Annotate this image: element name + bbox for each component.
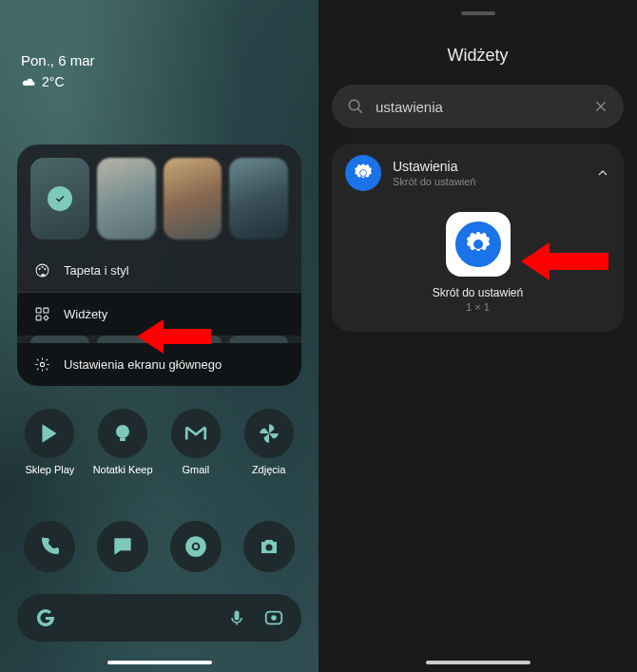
annotation-arrow [521, 240, 608, 286]
phone-icon [38, 535, 61, 558]
widgets-icon [34, 306, 50, 322]
svg-rect-6 [36, 316, 41, 320]
svg-point-14 [265, 545, 272, 551]
menu-label: Widżety [64, 307, 107, 321]
widget-preview-label: Skrót do ustawień [433, 286, 523, 299]
search-bar[interactable] [17, 594, 301, 642]
check-icon [48, 186, 72, 211]
photos-icon [257, 421, 281, 446]
chrome-icon [183, 534, 208, 559]
wallpaper-thumb-selected[interactable] [30, 158, 89, 240]
svg-point-1 [39, 268, 41, 270]
svg-rect-7 [44, 316, 48, 320]
svg-line-19 [357, 108, 362, 113]
nav-handle[interactable] [426, 661, 531, 664]
app-row: Sklep Play Notatki Keep Gmail Zdjęcia [0, 409, 318, 475]
palette-icon [34, 262, 50, 278]
app-label: Notatki Keep [93, 464, 153, 475]
play-icon [37, 421, 62, 446]
wallpaper-thumb[interactable] [164, 158, 222, 240]
settings-app-icon [345, 155, 381, 191]
widget-result-name: Ustawienia [393, 159, 584, 174]
home-screen: Pon., 6 mar 2°C Tapeta i styl Widżety [0, 0, 318, 672]
mic-icon[interactable] [227, 608, 246, 627]
dock-chrome[interactable] [170, 521, 222, 572]
nav-handle[interactable] [107, 661, 212, 664]
svg-rect-10 [120, 438, 125, 441]
svg-rect-4 [36, 308, 41, 313]
app-gmail[interactable]: Gmail [162, 409, 230, 475]
svg-point-17 [271, 615, 277, 621]
chevron-up-icon[interactable] [595, 165, 610, 181]
app-play-store[interactable]: Sklep Play [15, 409, 84, 475]
settings-shortcut-widget[interactable] [446, 212, 511, 277]
widget-search-input[interactable] [376, 99, 582, 115]
dock-phone[interactable] [24, 521, 75, 572]
svg-point-18 [349, 100, 359, 110]
sheet-grabber[interactable] [461, 11, 495, 15]
app-label: Gmail [183, 464, 210, 475]
cloud-icon [21, 76, 36, 87]
svg-point-8 [40, 362, 44, 366]
at-a-glance[interactable]: Pon., 6 mar 2°C [21, 52, 95, 89]
wallpaper-carousel[interactable] [17, 144, 301, 249]
gmail-icon [183, 421, 208, 446]
lens-icon[interactable] [263, 607, 284, 628]
svg-point-9 [116, 425, 129, 438]
lightbulb-icon [111, 422, 134, 445]
gear-icon [464, 230, 492, 259]
svg-point-23 [475, 242, 480, 247]
svg-rect-15 [235, 611, 240, 621]
svg-point-3 [44, 268, 46, 270]
widget-search-field[interactable] [332, 85, 624, 128]
weather: 2°C [21, 74, 95, 89]
svg-point-2 [41, 266, 43, 268]
svg-rect-5 [44, 308, 48, 313]
dock-camera[interactable] [243, 521, 295, 572]
menu-label: Tapeta i styl [64, 263, 129, 278]
app-photos[interactable]: Zdjęcia [235, 409, 303, 475]
chat-icon [110, 534, 135, 559]
svg-point-13 [193, 545, 198, 549]
camera-icon [258, 535, 280, 558]
app-keep[interactable]: Notatki Keep [88, 409, 157, 475]
google-icon [34, 606, 57, 629]
gear-icon [34, 356, 50, 373]
widgets-panel: Widżety Ustawienia Skrót do ustawień Skr… [318, 0, 637, 672]
app-label: Sklep Play [25, 464, 74, 475]
widget-result-header[interactable]: Ustawienia Skrót do ustawień [345, 155, 610, 191]
widget-result-sub: Skrót do ustawień [393, 176, 584, 187]
annotation-arrow [137, 317, 211, 359]
widget-result-card: Ustawienia Skrót do ustawień Skrót do us… [332, 144, 624, 332]
dock [0, 521, 318, 572]
wallpaper-thumb[interactable] [97, 158, 156, 240]
dock-messages[interactable] [97, 521, 148, 572]
temperature: 2°C [42, 74, 65, 89]
menu-label: Ustawienia ekranu głównego [64, 357, 222, 372]
clear-icon[interactable] [593, 99, 608, 114]
menu-wallpaper-style[interactable]: Tapeta i styl [17, 249, 301, 292]
search-icon [347, 98, 364, 115]
app-label: Zdjęcia [252, 464, 285, 475]
widget-preview-size: 1 × 1 [466, 301, 490, 313]
date-text: Pon., 6 mar [21, 52, 95, 68]
wallpaper-thumb[interactable] [229, 158, 288, 240]
